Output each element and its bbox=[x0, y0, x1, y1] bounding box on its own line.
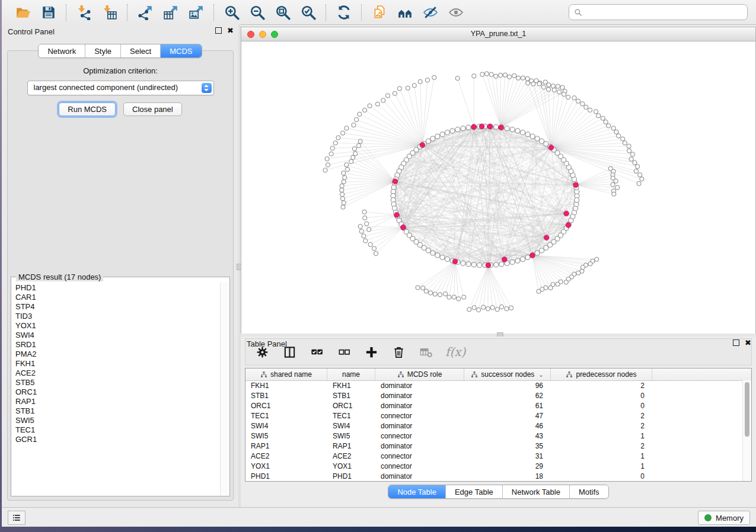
clone-network-icon bbox=[372, 5, 387, 20]
table-row[interactable]: SWI4SWI4dominator462 bbox=[245, 421, 743, 431]
task-history-button[interactable] bbox=[8, 511, 25, 525]
mcds-list-scrollbar[interactable] bbox=[220, 283, 229, 495]
column-header-predecessor-nodes[interactable]: predecessor nodes bbox=[551, 368, 652, 380]
mcds-result-item[interactable]: SWI4 bbox=[15, 331, 220, 340]
node-table: shared namenameMCDS rolesuccessor nodes⌄… bbox=[245, 368, 752, 482]
column-header-successor-nodes[interactable]: successor nodes⌄ bbox=[464, 368, 551, 380]
hide-selected-icon bbox=[423, 5, 438, 20]
search-input[interactable] bbox=[586, 7, 742, 17]
first-neighbors-button[interactable] bbox=[397, 4, 413, 20]
float-panel-icon[interactable] bbox=[215, 27, 222, 34]
close-table-panel-icon[interactable]: ✖ bbox=[745, 339, 751, 346]
table-scrollbar[interactable] bbox=[742, 380, 751, 481]
mcds-result-item[interactable]: PMA2 bbox=[15, 350, 220, 359]
window-minimize-icon[interactable] bbox=[259, 31, 266, 38]
hide-selected-button[interactable] bbox=[422, 4, 438, 20]
mcds-result-item[interactable]: GCR1 bbox=[15, 435, 220, 444]
table-tab-edge-table[interactable]: Edge Table bbox=[446, 485, 503, 498]
mcds-result-item[interactable]: SWI5 bbox=[15, 416, 220, 425]
window-close-icon[interactable] bbox=[247, 31, 254, 38]
import-table-button[interactable] bbox=[101, 4, 117, 20]
export-image-button[interactable] bbox=[188, 4, 204, 20]
cell-successors: 61 bbox=[464, 402, 551, 410]
table-tab-network-table[interactable]: Network Table bbox=[503, 485, 570, 498]
close-panel-button[interactable]: Close panel bbox=[123, 102, 182, 116]
cell-role: dominator bbox=[375, 392, 464, 400]
save-session-button[interactable] bbox=[40, 4, 56, 20]
export-network-button[interactable] bbox=[137, 4, 153, 20]
mcds-result-item[interactable]: ACE2 bbox=[15, 368, 220, 378]
mcds-result-item[interactable]: YOX1 bbox=[15, 321, 220, 331]
table-row[interactable]: FKH1FKH1dominator962 bbox=[245, 380, 743, 390]
control-panel-tabs: NetworkStyleSelectMCDS bbox=[2, 44, 238, 58]
table-scrollbar-thumb[interactable] bbox=[745, 382, 749, 437]
cell-name: PHD1 bbox=[327, 472, 375, 480]
table-row[interactable]: PHD1PHD1dominator180 bbox=[245, 471, 743, 481]
column-header-MCDS-role[interactable]: MCDS role bbox=[375, 368, 464, 380]
mcds-result-item[interactable]: CAR1 bbox=[15, 293, 220, 302]
table-row[interactable]: RAP1RAP1dominator352 bbox=[245, 441, 743, 451]
tab-network[interactable]: Network bbox=[39, 44, 85, 57]
search-box[interactable] bbox=[569, 4, 748, 20]
table-row[interactable]: STB1STB1dominator620 bbox=[245, 390, 743, 400]
table-row[interactable]: YOX1YOX1connector291 bbox=[245, 461, 743, 471]
table-row[interactable]: ACE2ACE2connector311 bbox=[245, 451, 743, 461]
cell-name: STB1 bbox=[327, 392, 375, 400]
open-file-button[interactable] bbox=[15, 4, 31, 20]
optimization-criterion-dropdown[interactable]: largest connected component (undirected) bbox=[27, 81, 214, 95]
zoom-out-button[interactable] bbox=[249, 4, 265, 20]
search-icon bbox=[574, 8, 582, 17]
mcds-result-item[interactable]: STP4 bbox=[15, 302, 220, 312]
cell-shared_name: SWI4 bbox=[245, 422, 327, 430]
zoom-fit-button[interactable] bbox=[275, 4, 291, 20]
mcds-result-item[interactable]: PHD1 bbox=[15, 283, 220, 293]
table-tab-node-table[interactable]: Node Table bbox=[388, 485, 446, 498]
table-row[interactable]: SWI5SWI5connector431 bbox=[245, 431, 743, 441]
run-mcds-button[interactable]: Run MCDS bbox=[59, 102, 116, 116]
refresh-layout-button[interactable] bbox=[336, 4, 352, 20]
cell-role: connector bbox=[375, 462, 464, 470]
mcds-result-item[interactable]: STB5 bbox=[15, 378, 220, 387]
window-zoom-icon[interactable] bbox=[271, 31, 278, 38]
mcds-result-item[interactable]: STB1 bbox=[15, 406, 220, 416]
memory-button[interactable]: Memory bbox=[698, 511, 750, 525]
tab-select[interactable]: Select bbox=[121, 44, 161, 57]
table-tab-motifs[interactable]: Motifs bbox=[570, 485, 608, 498]
application-window: Control Panel ✖ NetworkStyleSelectMCDS O… bbox=[2, 0, 756, 527]
mcds-result-item[interactable]: TEC1 bbox=[15, 425, 220, 435]
clone-network-button[interactable] bbox=[371, 4, 387, 20]
open-file-icon bbox=[15, 5, 31, 20]
import-network-button[interactable] bbox=[76, 4, 92, 20]
cell-name: ACE2 bbox=[327, 452, 375, 460]
cell-shared_name: STB1 bbox=[245, 392, 327, 400]
mcds-result-item[interactable]: FKH1 bbox=[15, 359, 220, 368]
export-table-button[interactable] bbox=[162, 4, 178, 20]
cell-role: dominator bbox=[375, 422, 464, 430]
zoom-selected-button[interactable] bbox=[300, 4, 316, 20]
cell-predecessors: 0 bbox=[551, 392, 652, 400]
network-edges bbox=[326, 74, 642, 310]
tab-mcds[interactable]: MCDS bbox=[161, 44, 201, 57]
cell-successors: 35 bbox=[464, 442, 551, 450]
mcds-result-item[interactable]: SRD1 bbox=[15, 340, 220, 350]
cell-predecessors: 1 bbox=[551, 462, 652, 470]
mcds-result-item[interactable]: ORC1 bbox=[15, 387, 220, 397]
tab-style[interactable]: Style bbox=[85, 44, 121, 57]
mcds-result-item[interactable]: RAP1 bbox=[15, 397, 220, 406]
column-header-name[interactable]: name bbox=[327, 368, 375, 380]
cell-predecessors: 0 bbox=[551, 472, 652, 480]
network-window-titlebar[interactable]: YPA_prune.txt_1 bbox=[241, 27, 755, 41]
show-all-button[interactable] bbox=[448, 4, 464, 20]
column-header-shared-name[interactable]: shared name bbox=[245, 368, 327, 380]
cell-successors: 47 bbox=[464, 412, 551, 420]
table-row[interactable]: ORC1ORC1dominator610 bbox=[245, 400, 743, 411]
toolbar-group bbox=[362, 4, 473, 20]
zoom-in-button[interactable] bbox=[224, 4, 240, 20]
table-row[interactable]: TEC1TEC1connector472 bbox=[245, 411, 743, 421]
mcds-result-item[interactable]: TID3 bbox=[15, 312, 220, 321]
network-window: YPA_prune.txt_1 bbox=[241, 27, 756, 335]
float-table-panel-icon[interactable] bbox=[733, 339, 739, 346]
close-panel-icon[interactable]: ✖ bbox=[227, 27, 234, 34]
network-canvas[interactable] bbox=[241, 41, 755, 334]
import-table-icon bbox=[102, 5, 117, 20]
